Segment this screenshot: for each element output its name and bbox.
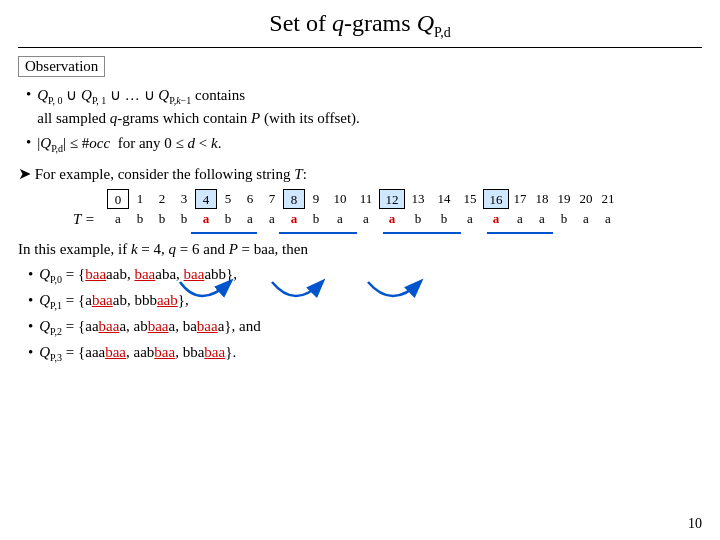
char-9: b xyxy=(305,211,327,227)
set-list: • QP,0 = {baaaab, baaaba, baaabb}, • QP,… xyxy=(28,264,702,365)
idx-21: 21 xyxy=(597,191,619,207)
char-6: a xyxy=(239,211,261,227)
idx-17: 17 xyxy=(509,191,531,207)
idx-9: 9 xyxy=(305,191,327,207)
idx-11: 11 xyxy=(353,191,379,207)
index-16: 16 xyxy=(483,189,509,209)
char-18: a xyxy=(531,211,553,227)
idx-14: 14 xyxy=(431,191,457,207)
char-4: a xyxy=(195,211,217,227)
char-row: T = a b b b a b a a a b a a a b b a a a … xyxy=(73,211,702,228)
idx-1: 1 xyxy=(129,191,151,207)
char-7: a xyxy=(261,211,283,227)
idx-3: 3 xyxy=(173,191,195,207)
char-14: b xyxy=(431,211,457,227)
idx-7: 7 xyxy=(261,191,283,207)
set-item-1: • QP,1 = {abaaab, bbbaab}, xyxy=(28,290,702,313)
index-0: 0 xyxy=(107,189,129,209)
char-1: b xyxy=(129,211,151,227)
idx-19: 19 xyxy=(553,191,575,207)
slide-title: Set of q-grams QP,d xyxy=(18,10,702,48)
for-example-text: ➤ For example, consider the following st… xyxy=(18,164,702,183)
idx-15: 15 xyxy=(457,191,483,207)
idx-13: 13 xyxy=(405,191,431,207)
idx-20: 20 xyxy=(575,191,597,207)
idx-5: 5 xyxy=(217,191,239,207)
observation-label: Observation xyxy=(18,56,105,77)
idx-2: 2 xyxy=(151,191,173,207)
char-13: b xyxy=(405,211,431,227)
char-8: a xyxy=(283,211,305,227)
idx-18: 18 xyxy=(531,191,553,207)
set-item-3: • QP,3 = {aaabaa, aabbaa, bbabaa}. xyxy=(28,342,702,365)
index-row: 0 1 2 3 4 5 6 7 8 9 10 11 12 13 14 15 16… xyxy=(73,189,702,209)
char-3: b xyxy=(173,211,195,227)
index-8: 8 xyxy=(283,189,305,209)
char-16: a xyxy=(483,211,509,227)
char-11: a xyxy=(353,211,379,227)
char-19: b xyxy=(553,211,575,227)
in-this-example: In this example, if k = 4, q = 6 and P =… xyxy=(18,241,702,258)
bullet-2: • |QP,d| ≤ #occ for any 0 ≤ d < k. xyxy=(26,133,702,156)
char-2: b xyxy=(151,211,173,227)
page: Set of q-grams QP,d Observation • QP, 0 … xyxy=(0,0,720,540)
set-item-0: • QP,0 = {baaaab, baaaba, baaabb}, xyxy=(28,264,702,287)
char-5: b xyxy=(217,211,239,227)
page-number: 10 xyxy=(688,516,702,532)
index-4: 4 xyxy=(195,189,217,209)
char-20: a xyxy=(575,211,597,227)
char-21: a xyxy=(597,211,619,227)
char-12: a xyxy=(379,211,405,227)
char-17: a xyxy=(509,211,531,227)
char-15: a xyxy=(457,211,483,227)
char-10: a xyxy=(327,211,353,227)
bullet-1: • QP, 0 ∪ QP, 1 ∪ … ∪ QP,k−1 contains al… xyxy=(26,85,702,129)
index-12: 12 xyxy=(379,189,405,209)
set-item-2: • QP,2 = {aabaaa, abbaaa, babaaa}, and xyxy=(28,316,702,339)
idx-6: 6 xyxy=(239,191,261,207)
idx-10: 10 xyxy=(327,191,353,207)
char-0: a xyxy=(107,211,129,227)
